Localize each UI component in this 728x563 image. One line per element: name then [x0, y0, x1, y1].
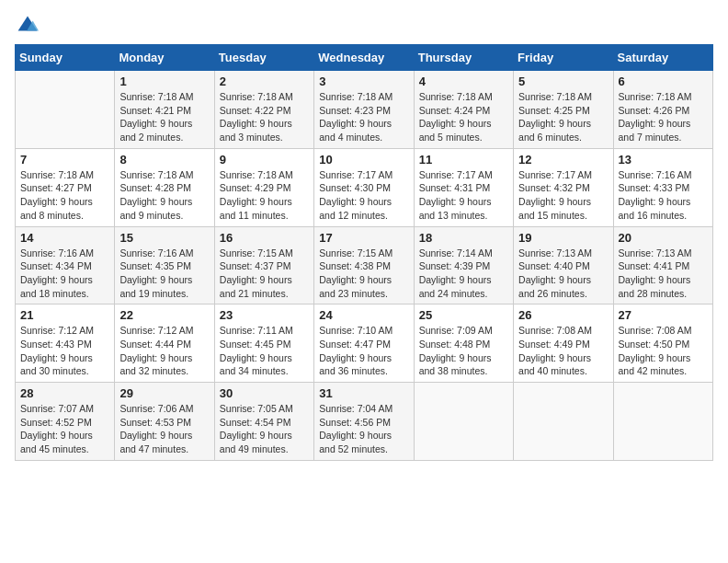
- calendar-cell: 13Sunrise: 7:16 AMSunset: 4:33 PMDayligh…: [613, 148, 712, 226]
- calendar-cell: 31Sunrise: 7:04 AMSunset: 4:56 PMDayligh…: [314, 383, 414, 461]
- calendar-cell: 11Sunrise: 7:17 AMSunset: 4:31 PMDayligh…: [414, 148, 513, 226]
- day-info: Sunrise: 7:16 AMSunset: 4:33 PMDaylight:…: [619, 168, 708, 223]
- day-info: Sunrise: 7:18 AMSunset: 4:27 PMDaylight:…: [20, 168, 109, 223]
- day-number: 26: [518, 308, 608, 322]
- calendar-cell: [514, 383, 613, 461]
- day-info: Sunrise: 7:18 AMSunset: 4:24 PMDaylight:…: [419, 90, 508, 144]
- day-number: 24: [319, 308, 408, 322]
- calendar-cell: 12Sunrise: 7:17 AMSunset: 4:32 PMDayligh…: [514, 148, 613, 226]
- calendar-cell: [16, 71, 115, 149]
- calendar-cell: [613, 383, 712, 461]
- day-info: Sunrise: 7:12 AMSunset: 4:44 PMDaylight:…: [119, 324, 209, 378]
- logo: [15, 15, 39, 37]
- header-thursday: Thursday: [414, 45, 513, 71]
- header-wednesday: Wednesday: [314, 45, 414, 71]
- calendar-cell: 26Sunrise: 7:08 AMSunset: 4:49 PMDayligh…: [514, 304, 613, 383]
- day-info: Sunrise: 7:04 AMSunset: 4:56 PMDaylight:…: [319, 402, 408, 456]
- day-info: Sunrise: 7:18 AMSunset: 4:28 PMDaylight:…: [119, 168, 209, 223]
- day-info: Sunrise: 7:18 AMSunset: 4:25 PMDaylight:…: [518, 90, 608, 144]
- day-info: Sunrise: 7:10 AMSunset: 4:47 PMDaylight:…: [319, 324, 408, 378]
- day-info: Sunrise: 7:05 AMSunset: 4:54 PMDaylight:…: [220, 402, 309, 456]
- calendar-cell: 27Sunrise: 7:08 AMSunset: 4:50 PMDayligh…: [613, 304, 712, 383]
- calendar-cell: 5Sunrise: 7:18 AMSunset: 4:25 PMDaylight…: [514, 71, 613, 149]
- day-info: Sunrise: 7:17 AMSunset: 4:31 PMDaylight:…: [419, 168, 508, 223]
- day-info: Sunrise: 7:07 AMSunset: 4:52 PMDaylight:…: [20, 402, 109, 456]
- calendar-week-2: 7Sunrise: 7:18 AMSunset: 4:27 PMDaylight…: [16, 148, 713, 226]
- calendar-cell: 29Sunrise: 7:06 AMSunset: 4:53 PMDayligh…: [115, 383, 214, 461]
- day-number: 29: [119, 386, 209, 400]
- header-monday: Monday: [115, 45, 214, 71]
- calendar-cell: 20Sunrise: 7:13 AMSunset: 4:41 PMDayligh…: [613, 226, 712, 304]
- day-info: Sunrise: 7:08 AMSunset: 4:50 PMDaylight:…: [619, 324, 708, 378]
- calendar-week-3: 14Sunrise: 7:16 AMSunset: 4:34 PMDayligh…: [16, 226, 713, 304]
- day-info: Sunrise: 7:13 AMSunset: 4:41 PMDaylight:…: [619, 247, 708, 301]
- day-number: 31: [319, 386, 408, 400]
- calendar-cell: 30Sunrise: 7:05 AMSunset: 4:54 PMDayligh…: [214, 383, 313, 461]
- day-number: 28: [20, 386, 109, 400]
- day-number: 7: [20, 153, 109, 167]
- day-number: 2: [220, 75, 309, 88]
- day-info: Sunrise: 7:18 AMSunset: 4:21 PMDaylight:…: [119, 90, 209, 144]
- calendar-cell: 25Sunrise: 7:09 AMSunset: 4:48 PMDayligh…: [414, 304, 513, 383]
- header-sunday: Sunday: [16, 45, 115, 71]
- day-number: 30: [220, 386, 309, 400]
- calendar-cell: [414, 383, 513, 461]
- day-number: 18: [419, 231, 508, 245]
- calendar-cell: 6Sunrise: 7:18 AMSunset: 4:26 PMDaylight…: [613, 71, 712, 149]
- day-number: 20: [619, 231, 708, 245]
- day-number: 23: [220, 308, 309, 322]
- day-number: 5: [518, 75, 608, 88]
- day-info: Sunrise: 7:18 AMSunset: 4:23 PMDaylight:…: [319, 90, 408, 144]
- calendar-week-4: 21Sunrise: 7:12 AMSunset: 4:43 PMDayligh…: [16, 304, 713, 383]
- day-number: 9: [220, 153, 309, 167]
- calendar-cell: 17Sunrise: 7:15 AMSunset: 4:38 PMDayligh…: [314, 226, 414, 304]
- day-info: Sunrise: 7:09 AMSunset: 4:48 PMDaylight:…: [419, 324, 508, 378]
- calendar-week-1: 1Sunrise: 7:18 AMSunset: 4:21 PMDaylight…: [16, 71, 713, 149]
- calendar-header-row: SundayMondayTuesdayWednesdayThursdayFrid…: [16, 45, 713, 71]
- day-number: 22: [119, 308, 209, 322]
- day-info: Sunrise: 7:13 AMSunset: 4:40 PMDaylight:…: [518, 247, 608, 301]
- day-number: 25: [419, 308, 508, 322]
- day-info: Sunrise: 7:18 AMSunset: 4:26 PMDaylight:…: [619, 90, 708, 144]
- calendar-cell: 23Sunrise: 7:11 AMSunset: 4:45 PMDayligh…: [214, 304, 313, 383]
- calendar-cell: 2Sunrise: 7:18 AMSunset: 4:22 PMDaylight…: [214, 71, 313, 149]
- day-number: 1: [119, 75, 209, 88]
- calendar-cell: 15Sunrise: 7:16 AMSunset: 4:35 PMDayligh…: [115, 226, 214, 304]
- day-info: Sunrise: 7:08 AMSunset: 4:49 PMDaylight:…: [518, 324, 608, 378]
- day-info: Sunrise: 7:18 AMSunset: 4:22 PMDaylight:…: [220, 90, 309, 144]
- calendar-cell: 19Sunrise: 7:13 AMSunset: 4:40 PMDayligh…: [514, 226, 613, 304]
- calendar-table: SundayMondayTuesdayWednesdayThursdayFrid…: [15, 44, 713, 461]
- day-number: 17: [319, 231, 408, 245]
- day-info: Sunrise: 7:17 AMSunset: 4:32 PMDaylight:…: [518, 168, 608, 223]
- calendar-cell: 18Sunrise: 7:14 AMSunset: 4:39 PMDayligh…: [414, 226, 513, 304]
- calendar-cell: 8Sunrise: 7:18 AMSunset: 4:28 PMDaylight…: [115, 148, 214, 226]
- day-number: 15: [119, 231, 209, 245]
- calendar-week-5: 28Sunrise: 7:07 AMSunset: 4:52 PMDayligh…: [16, 383, 713, 461]
- day-info: Sunrise: 7:12 AMSunset: 4:43 PMDaylight:…: [20, 324, 109, 378]
- calendar-cell: 4Sunrise: 7:18 AMSunset: 4:24 PMDaylight…: [414, 71, 513, 149]
- day-info: Sunrise: 7:06 AMSunset: 4:53 PMDaylight:…: [119, 402, 209, 456]
- day-info: Sunrise: 7:17 AMSunset: 4:30 PMDaylight:…: [319, 168, 408, 223]
- day-number: 14: [20, 231, 109, 245]
- header-friday: Friday: [514, 45, 613, 71]
- day-info: Sunrise: 7:18 AMSunset: 4:29 PMDaylight:…: [220, 168, 309, 223]
- calendar-cell: 22Sunrise: 7:12 AMSunset: 4:44 PMDayligh…: [115, 304, 214, 383]
- day-number: 21: [20, 308, 109, 322]
- day-number: 11: [419, 153, 508, 167]
- day-number: 13: [619, 153, 708, 167]
- day-info: Sunrise: 7:14 AMSunset: 4:39 PMDaylight:…: [419, 247, 508, 301]
- calendar-cell: 21Sunrise: 7:12 AMSunset: 4:43 PMDayligh…: [16, 304, 115, 383]
- calendar-cell: 9Sunrise: 7:18 AMSunset: 4:29 PMDaylight…: [214, 148, 313, 226]
- day-number: 8: [119, 153, 209, 167]
- calendar-cell: 14Sunrise: 7:16 AMSunset: 4:34 PMDayligh…: [16, 226, 115, 304]
- calendar-cell: 10Sunrise: 7:17 AMSunset: 4:30 PMDayligh…: [314, 148, 414, 226]
- day-info: Sunrise: 7:15 AMSunset: 4:38 PMDaylight:…: [319, 247, 408, 301]
- calendar-cell: 16Sunrise: 7:15 AMSunset: 4:37 PMDayligh…: [214, 226, 313, 304]
- day-number: 10: [319, 153, 408, 167]
- logo-icon: [17, 15, 39, 37]
- day-number: 19: [518, 231, 608, 245]
- page-header: [15, 15, 713, 37]
- calendar-cell: 1Sunrise: 7:18 AMSunset: 4:21 PMDaylight…: [115, 71, 214, 149]
- day-number: 12: [518, 153, 608, 167]
- day-number: 4: [419, 75, 508, 88]
